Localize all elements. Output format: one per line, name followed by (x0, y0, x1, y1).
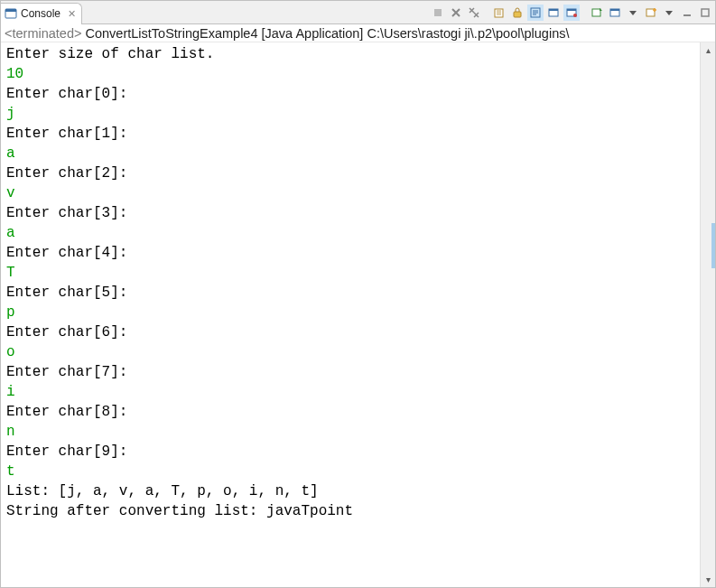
svg-rect-3 (495, 9, 503, 17)
remove-all-icon[interactable] (466, 5, 482, 21)
launch-status: <terminated> ConvertListToStringExample4… (1, 24, 715, 42)
svg-rect-2 (434, 9, 442, 16)
svg-rect-9 (567, 9, 576, 11)
stdout-line: Enter char[8]: (6, 402, 698, 422)
stdout-line: Enter char[4]: (6, 243, 698, 263)
show-console-icon[interactable] (545, 5, 562, 21)
stdout-line: Enter char[0]: (6, 84, 698, 104)
tab-bar: Console ✕ (1, 1, 715, 24)
stdin-line: o (6, 342, 698, 362)
new-console-icon[interactable] (643, 5, 659, 21)
svg-rect-11 (592, 9, 600, 16)
stdin-line: a (6, 223, 698, 243)
launch-type: [Java Application] (262, 26, 364, 41)
stdout-line: Enter char[3]: (6, 203, 698, 223)
stdout-line: Enter char[5]: (6, 283, 698, 303)
pin-console-icon[interactable] (563, 5, 580, 21)
maximize-icon[interactable] (697, 5, 713, 21)
open-console-icon[interactable] (607, 5, 623, 21)
stdin-line: i (6, 382, 698, 402)
terminate-icon[interactable] (430, 5, 446, 21)
close-icon[interactable]: ✕ (64, 8, 76, 20)
scroll-lock-icon[interactable] (509, 5, 525, 21)
svg-rect-4 (514, 12, 521, 17)
stdout-line: Enter char[7]: (6, 362, 698, 382)
stdin-line: a (6, 144, 698, 163)
stdin-line: j (6, 104, 698, 124)
stdout-line: Enter char[2]: (6, 163, 698, 183)
svg-point-10 (573, 14, 577, 17)
display-selected-icon[interactable] (589, 5, 605, 21)
console-toolbar (430, 1, 713, 24)
svg-rect-15 (683, 14, 691, 16)
launch-path: C:\Users\rastogi ji\.p2\pool\plugins\ (367, 26, 569, 41)
vertical-scrollbar[interactable]: ▴ ▾ (700, 42, 715, 587)
stdin-line: n (6, 422, 698, 442)
stdout-line: Enter char[1]: (6, 124, 698, 144)
dropdown-icon[interactable] (625, 5, 641, 21)
stdin-line: T (6, 263, 698, 283)
svg-rect-16 (702, 9, 709, 16)
stdout-line: String after converting list: javaTpoint (6, 501, 698, 521)
svg-rect-1 (5, 9, 16, 12)
console-tab[interactable]: Console ✕ (1, 3, 82, 24)
stdout-line: Enter size of char list. (6, 44, 698, 64)
stdout-line: Enter char[6]: (6, 322, 698, 342)
separator (484, 5, 489, 21)
svg-rect-7 (549, 9, 558, 11)
scroll-up-icon[interactable]: ▴ (701, 42, 716, 58)
stdin-line: 10 (6, 64, 698, 84)
svg-rect-13 (610, 9, 619, 11)
launch-name: ConvertListToStringExample4 (85, 26, 257, 41)
stdout-line: Enter char[9]: (6, 442, 698, 462)
separator (581, 5, 587, 21)
terminated-label: <terminated> (5, 26, 81, 41)
scroll-down-icon[interactable]: ▾ (701, 572, 716, 587)
console-output[interactable]: Enter size of char list.10Enter char[0]:… (1, 42, 700, 587)
word-wrap-icon[interactable] (527, 5, 544, 21)
remove-launch-icon[interactable] (448, 5, 464, 21)
stdin-line: p (6, 303, 698, 322)
stdin-line: v (6, 183, 698, 203)
tab-title: Console (21, 7, 60, 20)
edge-indicator (711, 223, 715, 268)
console-area: Enter size of char list.10Enter char[0]:… (1, 42, 715, 587)
dropdown-icon[interactable] (661, 5, 677, 21)
stdin-line: t (6, 462, 698, 481)
stdout-line: List: [j, a, v, a, T, p, o, i, n, t] (6, 481, 698, 501)
clear-console-icon[interactable] (491, 5, 507, 21)
console-icon (5, 7, 17, 20)
minimize-icon[interactable] (679, 5, 695, 21)
